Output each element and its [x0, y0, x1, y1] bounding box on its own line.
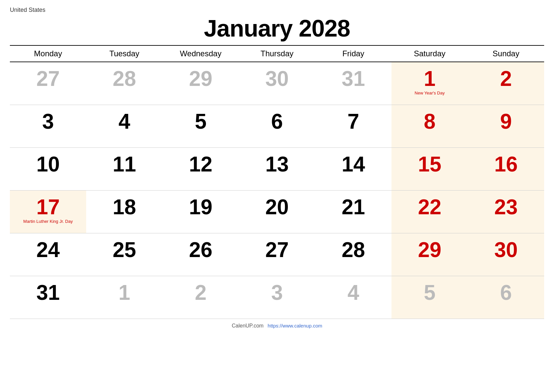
calendar-cell: 14: [315, 147, 391, 190]
calendar-cell: 3: [239, 276, 315, 319]
calendar-cell: 27: [10, 62, 86, 105]
calendar-cell: 29: [391, 233, 468, 276]
day-number: 4: [89, 111, 159, 132]
country-label: United States: [10, 7, 544, 13]
weekday-header-saturday: Saturday: [391, 45, 468, 62]
holiday-label: New Year's Day: [395, 91, 465, 96]
weekday-header-friday: Friday: [315, 45, 391, 62]
day-number: 4: [318, 282, 388, 303]
calendar-cell: 12: [163, 147, 239, 190]
calendar-cell: 31: [315, 62, 391, 105]
day-number: 5: [166, 111, 236, 132]
day-number: 12: [166, 154, 236, 175]
calendar-cell: 18: [86, 190, 163, 233]
calendar-cell: 13: [239, 147, 315, 190]
calendar-cell: 16: [468, 147, 544, 190]
day-number: 8: [395, 111, 465, 132]
calendar-cell: 30: [468, 233, 544, 276]
day-number: 24: [13, 239, 83, 260]
day-number: 11: [89, 154, 159, 175]
day-number: 2: [166, 282, 236, 303]
day-number: 23: [471, 196, 541, 218]
calendar-cell: 22: [391, 190, 468, 233]
calendar-cell: 25: [86, 233, 163, 276]
weekday-header-sunday: Sunday: [468, 45, 544, 62]
day-number: 1: [89, 282, 159, 303]
calendar-cell: 28: [315, 233, 391, 276]
day-number: 18: [89, 196, 159, 218]
calendar-cell: 2: [468, 62, 544, 105]
weekday-header-tuesday: Tuesday: [86, 45, 163, 62]
calendar-cell: 31: [10, 276, 86, 319]
day-number: 13: [242, 154, 312, 175]
day-number: 31: [318, 68, 388, 89]
calendar-cell: 23: [468, 190, 544, 233]
calendar-cell: 19: [163, 190, 239, 233]
calendar-cell: 6: [468, 276, 544, 319]
calendar-cell: 2: [163, 276, 239, 319]
day-number: 29: [395, 239, 465, 260]
calendar-cell: 26: [163, 233, 239, 276]
calendar-cell: 1: [86, 276, 163, 319]
calendar-cell: 29: [163, 62, 239, 105]
day-number: 10: [13, 154, 83, 175]
calendar-cell: 3: [10, 105, 86, 147]
day-number: 28: [89, 68, 159, 89]
calendar-cell: 20: [239, 190, 315, 233]
day-number: 30: [471, 239, 541, 260]
day-number: 20: [242, 196, 312, 218]
calendar-cell: 6: [239, 105, 315, 147]
day-number: 9: [471, 111, 541, 132]
day-number: 29: [166, 68, 236, 89]
day-number: 14: [318, 154, 388, 175]
calendar-cell: 24: [10, 233, 86, 276]
day-number: 30: [242, 68, 312, 89]
month-title: January 2028: [10, 15, 544, 42]
day-number: 27: [13, 68, 83, 89]
calendar-cell: 15: [391, 147, 468, 190]
day-number: 2: [471, 68, 541, 89]
calendar-cell: 30: [239, 62, 315, 105]
calendar-cell: 27: [239, 233, 315, 276]
day-number: 17: [13, 196, 83, 218]
day-number: 15: [395, 154, 465, 175]
day-number: 22: [395, 196, 465, 218]
day-number: 3: [242, 282, 312, 303]
weekday-header-monday: Monday: [10, 45, 86, 62]
day-number: 1: [395, 68, 465, 89]
calendar-cell: 1New Year's Day: [391, 62, 468, 105]
day-number: 3: [13, 111, 83, 132]
calendar-cell: 17Martin Luther King Jr. Day: [10, 190, 86, 233]
calendar-cell: 7: [315, 105, 391, 147]
calendar-cell: 11: [86, 147, 163, 190]
footer: CalenUP.com https://www.calenup.com: [10, 323, 544, 329]
calendar-cell: 4: [86, 105, 163, 147]
weekday-header-thursday: Thursday: [239, 45, 315, 62]
day-number: 19: [166, 196, 236, 218]
day-number: 6: [242, 111, 312, 132]
footer-brand: CalenUP.com: [232, 323, 264, 328]
day-number: 16: [471, 154, 541, 175]
calendar-cell: 8: [391, 105, 468, 147]
calendar-table: MondayTuesdayWednesdayThursdayFridaySatu…: [10, 45, 544, 319]
footer-url[interactable]: https://www.calenup.com: [268, 323, 322, 328]
calendar-cell: 5: [391, 276, 468, 319]
day-number: 25: [89, 239, 159, 260]
day-number: 27: [242, 239, 312, 260]
weekday-header-wednesday: Wednesday: [163, 45, 239, 62]
calendar-cell: 28: [86, 62, 163, 105]
calendar-cell: 21: [315, 190, 391, 233]
day-number: 7: [318, 111, 388, 132]
day-number: 26: [166, 239, 236, 260]
calendar-cell: 9: [468, 105, 544, 147]
calendar-cell: 4: [315, 276, 391, 319]
day-number: 6: [471, 282, 541, 303]
calendar-cell: 5: [163, 105, 239, 147]
day-number: 5: [395, 282, 465, 303]
calendar-cell: 10: [10, 147, 86, 190]
day-number: 21: [318, 196, 388, 218]
day-number: 31: [13, 282, 83, 303]
day-number: 28: [318, 239, 388, 260]
holiday-label: Martin Luther King Jr. Day: [13, 219, 83, 224]
